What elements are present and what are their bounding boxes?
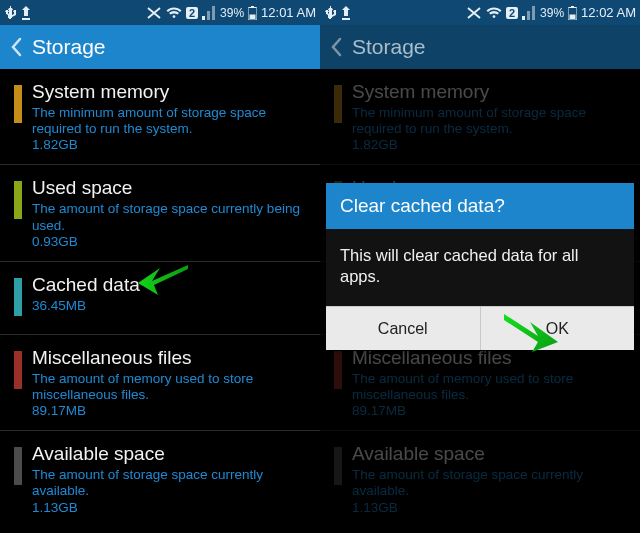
item-cached-data[interactable]: Cached data 36.45MB bbox=[0, 262, 320, 335]
dialog-button-bar: Cancel OK bbox=[326, 306, 634, 350]
wifi-icon bbox=[486, 6, 502, 20]
item-size: 89.17MB bbox=[32, 403, 306, 418]
ok-button[interactable]: OK bbox=[481, 306, 635, 350]
swatch-cached bbox=[14, 278, 22, 316]
item-size: 36.45MB bbox=[32, 298, 306, 313]
dialog-title: Clear cached data? bbox=[326, 183, 634, 229]
signal-icon bbox=[202, 6, 216, 20]
action-bar[interactable]: Storage bbox=[0, 25, 320, 69]
battery-icon bbox=[568, 6, 577, 20]
back-icon bbox=[330, 37, 342, 57]
swatch-misc bbox=[14, 351, 22, 389]
usb-icon bbox=[4, 6, 16, 20]
upload-icon bbox=[20, 6, 32, 20]
item-misc-files[interactable]: Miscellaneous files The amount of memory… bbox=[0, 335, 320, 431]
action-bar-title: Storage bbox=[32, 35, 106, 59]
dialog-body: This will clear cached data for all apps… bbox=[326, 229, 634, 306]
item-title: Miscellaneous files bbox=[32, 347, 306, 369]
item-system-memory[interactable]: System memory The minimum amount of stor… bbox=[0, 69, 320, 165]
status-time: 12:02 AM bbox=[581, 5, 636, 20]
svg-rect-2 bbox=[250, 14, 256, 19]
item-desc: The amount of storage space currently av… bbox=[32, 467, 306, 499]
item-used-space[interactable]: Used space The amount of storage space c… bbox=[0, 165, 320, 261]
action-bar-title: Storage bbox=[352, 35, 426, 59]
battery-icon bbox=[248, 6, 257, 20]
no-signal-icon bbox=[146, 6, 162, 20]
status-bar: 2 39% 12:01 AM bbox=[0, 0, 320, 25]
battery-pct: 39% bbox=[220, 6, 244, 20]
sim-badge: 2 bbox=[186, 7, 198, 19]
phone-left: 2 39% 12:01 AM Storage System memory Th bbox=[0, 0, 320, 533]
svg-rect-1 bbox=[251, 6, 254, 8]
action-bar-dimmed: Storage bbox=[320, 25, 640, 69]
sim-badge: 2 bbox=[506, 7, 518, 19]
phone-right: 2 39% 12:02 AM Storage System memory The… bbox=[320, 0, 640, 533]
item-desc: The amount of storage space currently be… bbox=[32, 201, 306, 233]
item-size: 1.13GB bbox=[32, 500, 306, 515]
no-signal-icon bbox=[466, 6, 482, 20]
item-size: 0.93GB bbox=[32, 234, 306, 249]
item-title: Used space bbox=[32, 177, 306, 199]
clear-cache-dialog: Clear cached data? This will clear cache… bbox=[326, 183, 634, 350]
usb-icon bbox=[324, 6, 336, 20]
item-title: System memory bbox=[32, 81, 306, 103]
item-title: Cached data bbox=[32, 274, 306, 296]
item-desc: The minimum amount of storage space requ… bbox=[32, 105, 306, 137]
swatch-used bbox=[14, 181, 22, 219]
back-icon[interactable] bbox=[10, 37, 22, 57]
svg-rect-5 bbox=[570, 14, 576, 19]
item-available-space[interactable]: Available space The amount of storage sp… bbox=[0, 431, 320, 526]
cancel-button[interactable]: Cancel bbox=[326, 306, 481, 350]
item-title: Available space bbox=[32, 443, 306, 465]
signal-icon bbox=[522, 6, 536, 20]
svg-rect-4 bbox=[571, 6, 574, 8]
status-time: 12:01 AM bbox=[261, 5, 316, 20]
swatch-avail bbox=[14, 447, 22, 485]
wifi-icon bbox=[166, 6, 182, 20]
item-size: 1.82GB bbox=[32, 137, 306, 152]
battery-pct: 39% bbox=[540, 6, 564, 20]
swatch-system bbox=[14, 85, 22, 123]
upload-icon bbox=[340, 6, 352, 20]
storage-list[interactable]: System memory The minimum amount of stor… bbox=[0, 69, 320, 533]
status-bar: 2 39% 12:02 AM bbox=[320, 0, 640, 25]
item-desc: The amount of memory used to store misce… bbox=[32, 371, 306, 403]
